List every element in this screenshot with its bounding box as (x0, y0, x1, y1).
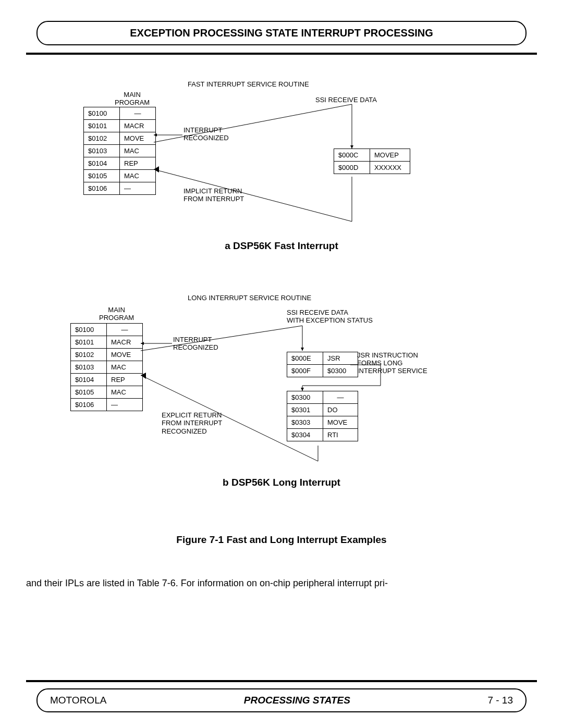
diag-b-recognized: RECOGNIZED (162, 428, 207, 436)
svg-line-7 (141, 326, 302, 351)
diag-a-lines (26, 76, 537, 232)
diag-b-caption: b DSP56K Long Interrupt (26, 477, 537, 488)
page-header-text: EXCEPTION PROCESSING STATE INTERRUPT PRO… (130, 27, 433, 39)
diag-a-implicit-return: IMPLICIT RETURN FROM INTERRUPT (183, 188, 244, 203)
page-header-box: EXCEPTION PROCESSING STATE INTERRUPT PRO… (36, 21, 527, 45)
svg-marker-5 (154, 166, 159, 172)
diag-a-caption: a DSP56K Fast Interrupt (26, 240, 537, 252)
svg-marker-15 (141, 373, 146, 379)
figure-caption: Figure 7-1 Fast and Long Interrupt Examp… (26, 534, 537, 546)
footer-rule (26, 680, 537, 682)
diag-a-int-recognized: INTERRUPT RECOGNIZED (183, 127, 229, 142)
diag-b-jsr-note: JSR INSTRUCTION FORMS LONG INTERRUPT SER… (357, 352, 427, 375)
header-rule (26, 53, 537, 55)
diag-b-int-recognized: INTERRUPT RECOGNIZED (173, 336, 218, 352)
footer-right: 7 - 13 (487, 695, 513, 706)
footer-center: PROCESSING STATES (244, 695, 350, 706)
figure-area: FAST INTERRUPT SERVICE ROUTINE MAIN PROG… (26, 76, 537, 565)
body-paragraph: and their IPLs are listed in Table 7-6. … (26, 577, 537, 590)
diag-b-explicit-return: EXPLICIT RETURN FROM INTERRUPT (162, 412, 222, 427)
footer-left: MOTOROLA (50, 695, 106, 706)
footer-box: MOTOROLA PROCESSING STATES 7 - 13 (36, 688, 527, 712)
diag-b-lines (26, 284, 537, 472)
